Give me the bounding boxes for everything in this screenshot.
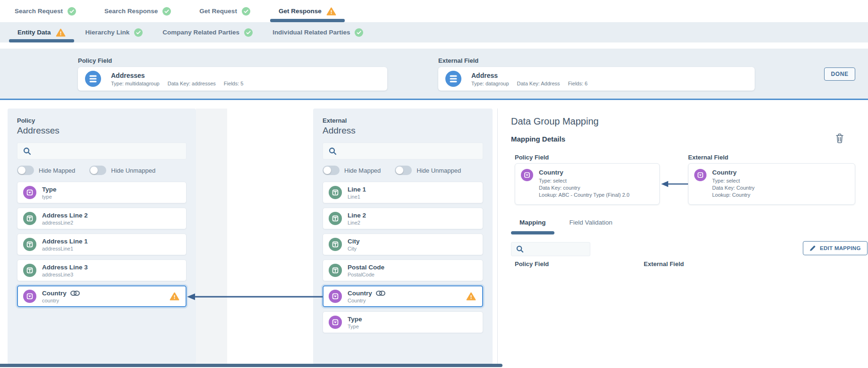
text-field-icon: [23, 264, 36, 277]
data-group-mapping-panel: Data Group Mapping Mapping Details Polic…: [499, 109, 868, 364]
sub-tab-bar: Entity Data Hierarchy Link Company Relat…: [0, 22, 868, 42]
field-key: Type: [348, 324, 362, 329]
check-circle-icon: [68, 7, 76, 16]
tab-label: Get Response: [279, 8, 322, 15]
field-label: Type: [42, 186, 57, 193]
policy-panel-kicker: Policy: [17, 117, 196, 124]
text-field-icon: [329, 186, 342, 199]
field-label: City: [348, 238, 360, 245]
external-hide-mapped-toggle[interactable]: [323, 166, 340, 175]
text-field-icon: [329, 264, 342, 277]
panel-divider: [497, 109, 498, 364]
warning-triangle-icon: [56, 28, 66, 37]
external-datagroup-card[interactable]: Address Type: datagroup Data Key: Addres…: [438, 67, 755, 91]
card-data-key: Data Key: addresses: [168, 81, 216, 86]
field-key: Line2: [348, 220, 366, 226]
policy-search-input[interactable]: [36, 143, 186, 159]
list-item-postal-code[interactable]: Postal CodePostalCode: [323, 259, 483, 281]
mapping-header-band: Policy Field External Field Addresses Ty…: [0, 49, 868, 99]
list-item-line-2[interactable]: Line 2Line2: [323, 208, 483, 229]
search-icon: [516, 245, 524, 253]
text-field-icon: [329, 212, 342, 225]
tab-individual-related-parties[interactable]: Individual Related Parties: [271, 22, 365, 42]
field-label: Address Line 1: [42, 238, 88, 245]
field-label: Line 2: [348, 212, 366, 219]
external-panel: External Address Hide Mapped Hide Unmapp…: [313, 109, 493, 364]
mapping-search-box[interactable]: [511, 242, 590, 256]
tab-field-validation[interactable]: Field Validation: [561, 215, 621, 234]
tab-search-request[interactable]: Search Request: [13, 0, 78, 22]
done-button[interactable]: DONE: [824, 67, 855, 81]
horizontal-scrollbar[interactable]: [0, 364, 502, 367]
card-data-key: Data Key: Address: [517, 81, 560, 86]
hide-mapped-label: Hide Mapped: [344, 167, 381, 174]
tab-get-response[interactable]: Get Response: [277, 0, 338, 22]
mapping-policy-card[interactable]: Country Type: select Data Key: country L…: [515, 163, 660, 205]
policy-field-column-label: Policy Field: [515, 154, 549, 161]
link-icon: [376, 291, 385, 296]
policy-datagroup-card[interactable]: Addresses Type: multidatagroup Data Key:…: [78, 67, 387, 91]
policy-field-list: Typetype Address Line 2addressLine2 Addr…: [17, 182, 187, 307]
check-circle-icon: [242, 7, 250, 16]
field-key: City: [348, 246, 360, 251]
list-item-address-line-1[interactable]: Address Line 1addressLine1: [17, 234, 187, 255]
tab-entity-data[interactable]: Entity Data: [16, 22, 68, 42]
field-label: Country: [348, 290, 372, 297]
field-key: Country: [348, 298, 385, 303]
external-panel-title: Address: [323, 125, 493, 136]
hide-unmapped-label: Hide Unmapped: [417, 167, 461, 174]
trash-icon[interactable]: [835, 133, 844, 145]
tab-get-request[interactable]: Get Request: [197, 0, 252, 22]
edit-mapping-button[interactable]: EDIT MAPPING: [803, 241, 868, 255]
mapping-panel-title: Data Group Mapping: [511, 116, 599, 127]
tab-label: Individual Related Parties: [272, 29, 350, 36]
header-divider-line: [0, 99, 868, 100]
mapping-tab-bar: Mapping Field Validation: [511, 215, 621, 234]
external-hide-unmapped-toggle[interactable]: [395, 166, 412, 175]
external-field-column-label: External Field: [688, 154, 728, 161]
field-key: country: [42, 298, 80, 303]
list-item-address-line-3[interactable]: Address Line 3addressLine3: [17, 259, 187, 281]
card-type: Type: multidatagroup: [111, 81, 160, 86]
pencil-icon: [809, 245, 816, 251]
card-data-key: Data Key: Country: [712, 184, 755, 192]
card-lookup: Lookup: Country: [712, 192, 755, 199]
text-field-icon: [23, 212, 36, 225]
list-item-country[interactable]: Country country: [17, 285, 187, 307]
check-circle-icon: [134, 28, 143, 37]
mapping-details-heading: Mapping Details: [511, 135, 565, 143]
list-item-city[interactable]: CityCity: [323, 234, 483, 255]
select-field-icon: [329, 316, 342, 329]
mapping-search-input[interactable]: [528, 243, 601, 256]
list-item-country[interactable]: Country Country: [323, 285, 483, 307]
select-field-icon: [521, 169, 533, 181]
tab-label: Company Related Parties: [162, 29, 239, 36]
list-item-type[interactable]: Typetype: [17, 182, 187, 203]
field-key: addressLine1: [42, 246, 88, 251]
external-field-label: External Field: [438, 57, 478, 64]
warning-triangle-icon: [170, 292, 179, 301]
check-circle-icon: [355, 28, 363, 37]
warning-triangle-icon: [466, 292, 476, 301]
policy-hide-unmapped-toggle[interactable]: [89, 166, 106, 175]
tab-company-related-parties[interactable]: Company Related Parties: [161, 22, 255, 42]
card-title: Country: [712, 169, 755, 176]
tab-hierarchy-link[interactable]: Hierarchy Link: [84, 22, 145, 42]
tab-mapping[interactable]: Mapping: [511, 215, 554, 234]
policy-search-box[interactable]: [17, 142, 187, 159]
field-label: Country: [42, 290, 67, 297]
external-search-input[interactable]: [341, 143, 483, 159]
policy-hide-mapped-toggle[interactable]: [17, 166, 34, 175]
mapping-external-card[interactable]: Country Type: select Data Key: Country L…: [688, 163, 855, 205]
select-field-icon: [23, 290, 36, 303]
field-key: Line1: [348, 194, 366, 200]
tab-search-response[interactable]: Search Response: [102, 0, 173, 22]
list-item-address-line-2[interactable]: Address Line 2addressLine2: [17, 208, 187, 229]
card-fields: Fields: 5: [224, 81, 244, 86]
card-title: Addresses: [111, 72, 243, 79]
list-item-line-1[interactable]: Line 1Line1: [323, 182, 483, 203]
list-item-type[interactable]: TypeType: [323, 311, 483, 333]
field-key: PostalCode: [348, 272, 384, 277]
external-search-box[interactable]: [323, 142, 483, 159]
card-lookup: Lookup: ABC - Country Type (Final) 2.0: [539, 192, 630, 199]
